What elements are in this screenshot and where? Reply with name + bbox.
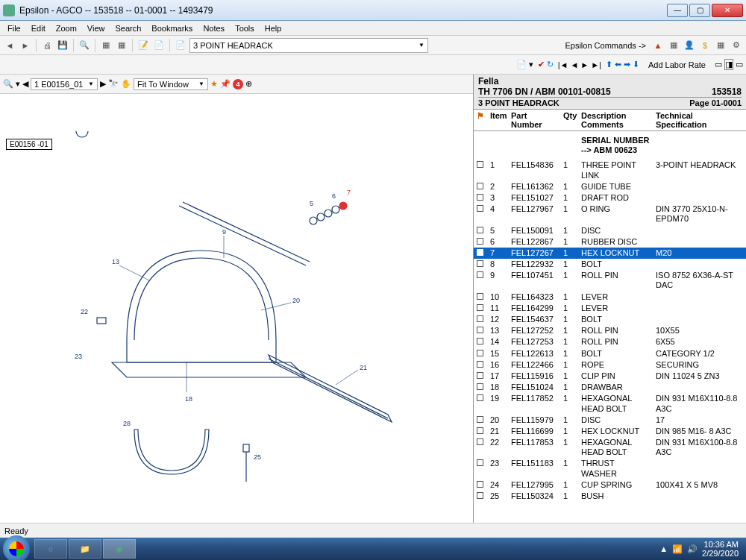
- expand-icon[interactable]: ⊕: [245, 79, 252, 89]
- menu-zoom[interactable]: Zoom: [51, 22, 81, 34]
- table-row[interactable]: 25FEL1503241BUSH: [474, 491, 746, 502]
- row-checkbox[interactable]: [477, 183, 483, 189]
- table-row[interactable]: 8FEL1229321BOLT: [474, 259, 746, 270]
- binoculars-icon[interactable]: 🔭: [108, 79, 119, 89]
- menu-search[interactable]: Search: [110, 22, 145, 34]
- tray-volume-icon[interactable]: 🔊: [687, 544, 698, 554]
- table-row[interactable]: 21FEL1166991HEX LOCKNUTDIN 985 M16- 8 A3…: [474, 426, 746, 437]
- doc-plus-icon[interactable]: 📄: [516, 60, 527, 69]
- col-part[interactable]: Part Number: [508, 110, 560, 131]
- col-item[interactable]: Item: [487, 110, 508, 131]
- table-row[interactable]: 5FEL1500911DISC: [474, 225, 746, 236]
- table-row[interactable]: 22FEL1178531HEXAGONAL HEAD BOLTDIN 931 M…: [474, 437, 746, 458]
- table-row[interactable]: 14FEL1272531ROLL PIN6X55: [474, 336, 746, 347]
- row-checkbox[interactable]: [477, 293, 483, 300]
- minimize-button[interactable]: —: [667, 4, 688, 17]
- right-icon[interactable]: ➡: [624, 60, 630, 69]
- row-checkbox[interactable]: [477, 338, 483, 345]
- cmd-user-icon[interactable]: 👤: [683, 39, 696, 52]
- table-row[interactable]: 7FEL1272671HEX LOCKNUTM20: [474, 248, 746, 259]
- forward-icon[interactable]: ►: [19, 39, 32, 52]
- row-checkbox[interactable]: [477, 194, 483, 201]
- zoom-combo[interactable]: Fit To Window ▼: [134, 78, 208, 90]
- table-row[interactable]: 17FEL1159161CLIP PINDIN 11024 5 ZN3: [474, 371, 746, 382]
- next-icon[interactable]: ►: [580, 60, 589, 69]
- table-row[interactable]: 18FEL1510241DRAWBAR: [474, 382, 746, 393]
- cmd-money-icon[interactable]: $: [698, 39, 712, 52]
- row-checkbox[interactable]: [477, 481, 483, 488]
- cmd-warn-icon[interactable]: ▲: [651, 39, 665, 52]
- row-checkbox[interactable]: [477, 205, 483, 212]
- table-row[interactable]: 19FEL1178521HEXAGONAL HEAD BOLTDIN 931 M…: [474, 393, 746, 414]
- layout3-icon[interactable]: ▭: [736, 60, 743, 69]
- row-checkbox[interactable]: [477, 438, 483, 445]
- maximize-button[interactable]: ▢: [689, 4, 710, 17]
- layout2-icon[interactable]: ◨: [724, 59, 733, 70]
- menu-tools[interactable]: Tools: [231, 22, 259, 34]
- row-checkbox[interactable]: [477, 492, 483, 499]
- search-icon[interactable]: 🔍: [78, 39, 91, 52]
- dropdown-icon[interactable]: ▾: [529, 60, 533, 69]
- cmd-view-icon[interactable]: ▦: [714, 39, 727, 52]
- down-icon[interactable]: ⬇: [633, 60, 639, 69]
- tray-flag-icon[interactable]: ▲: [659, 544, 668, 553]
- start-button[interactable]: [3, 535, 30, 560]
- table-row[interactable]: 15FEL1226131BOLTCATEGORY 1/2: [474, 348, 746, 359]
- row-checkbox[interactable]: [477, 361, 483, 368]
- taskbar-explorer[interactable]: 📁: [69, 539, 101, 559]
- table-row[interactable]: 1FEL1548361THREE POINT LINK3-POINT HEADR…: [474, 160, 746, 180]
- row-checkbox[interactable]: [477, 260, 483, 267]
- up-icon[interactable]: ⬆: [606, 60, 612, 69]
- tray-network-icon[interactable]: 📶: [672, 544, 683, 554]
- table-row[interactable]: 4FEL1279671O RINGDIN 3770 25X10-N-EPDM70: [474, 204, 746, 224]
- last-icon[interactable]: ►|: [591, 60, 601, 69]
- clock[interactable]: 10:36 AM 2/29/2020: [702, 540, 739, 558]
- col-qty[interactable]: Qty: [560, 110, 578, 131]
- next-page-icon[interactable]: ▶: [100, 79, 106, 89]
- table-row[interactable]: 6FEL1228671RUBBER DISC: [474, 236, 746, 248]
- close-button[interactable]: ✕: [712, 4, 743, 17]
- book2-icon[interactable]: ▦: [115, 39, 128, 52]
- parts-table[interactable]: ⚑ Item Part Number Qty Description Comme…: [474, 110, 746, 523]
- menu-view[interactable]: View: [83, 22, 110, 34]
- dropdown2-icon[interactable]: ▾: [16, 79, 20, 89]
- prev-icon[interactable]: ◄: [570, 60, 578, 69]
- row-checkbox[interactable]: [477, 350, 483, 356]
- menu-bookmarks[interactable]: Bookmarks: [147, 22, 197, 34]
- pin-icon[interactable]: 📌: [220, 79, 231, 89]
- table-row[interactable]: 9FEL1074511ROLL PINISO 8752 6X36-A-ST DA…: [474, 270, 746, 291]
- table-row[interactable]: 10FEL1643231LEVER: [474, 292, 746, 303]
- layout1-icon[interactable]: ▭: [715, 60, 722, 69]
- add-labor-label[interactable]: Add Labor Rate: [644, 60, 710, 69]
- row-checkbox[interactable]: [477, 227, 483, 233]
- table-row[interactable]: 12FEL1546371BOLT: [474, 314, 746, 325]
- row-checkbox[interactable]: [477, 394, 483, 401]
- refresh-icon[interactable]: ↻: [547, 60, 554, 69]
- diagram-viewport[interactable]: E00156 -01: [0, 94, 473, 523]
- col-tech[interactable]: Technical Specification: [653, 110, 746, 131]
- print-icon[interactable]: 🖨: [40, 39, 54, 52]
- row-checkbox[interactable]: [477, 372, 483, 379]
- row-checkbox[interactable]: [477, 427, 483, 434]
- table-row[interactable]: 24FEL1279951CUP SPRING100X41 X 5 MV8: [474, 479, 746, 491]
- menu-help[interactable]: Help: [260, 22, 286, 34]
- assembly-combo[interactable]: 3 POINT HEADRACK ▼: [189, 38, 428, 53]
- row-checkbox[interactable]: [477, 327, 483, 333]
- cmd-stack-icon[interactable]: ▦: [667, 39, 680, 52]
- table-row[interactable]: 16FEL1224661ROPESECURING: [474, 359, 746, 371]
- alert-badge[interactable]: 4: [233, 79, 243, 89]
- doc-combo[interactable]: 1 E00156_01 ▼: [31, 78, 98, 90]
- row-checkbox[interactable]: [477, 459, 483, 466]
- note-icon[interactable]: 📝: [137, 39, 150, 52]
- back-icon[interactable]: ◄: [3, 39, 16, 52]
- table-row[interactable]: 23FEL1511831THRUST WASHER: [474, 458, 746, 479]
- save-icon[interactable]: 💾: [56, 39, 69, 52]
- prev-page-icon[interactable]: ◀: [22, 79, 28, 89]
- row-checkbox[interactable]: [477, 161, 483, 168]
- book-icon[interactable]: ▦: [99, 39, 113, 52]
- row-checkbox[interactable]: [477, 416, 483, 423]
- doc-icon[interactable]: 📄: [174, 39, 187, 52]
- zoom-in-icon[interactable]: 🔍: [3, 79, 13, 89]
- left-icon[interactable]: ⬅: [615, 60, 621, 69]
- table-row[interactable]: 20FEL1159791DISC17: [474, 415, 746, 426]
